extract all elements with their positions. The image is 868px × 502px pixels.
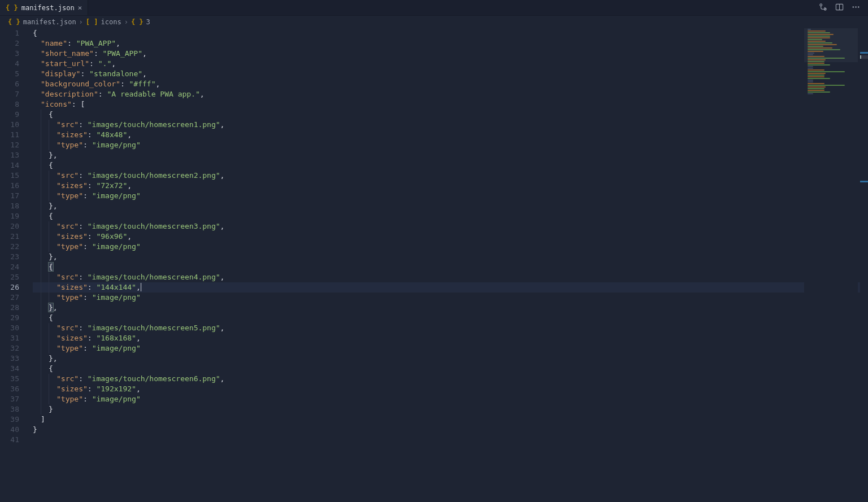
- code-line[interactable]: "src": "images/touch/homescreen3.png",: [33, 221, 868, 232]
- code-line[interactable]: [33, 435, 868, 445]
- more-actions-icon[interactable]: [852, 3, 860, 13]
- split-editor-icon[interactable]: [835, 3, 844, 13]
- line-number: 35: [0, 374, 19, 384]
- minimap-line: [808, 78, 830, 79]
- punctuation: :: [98, 90, 107, 98]
- punctuation: :: [88, 283, 97, 291]
- line-number: 31: [0, 333, 19, 343]
- code-area[interactable]: {"name": "PWA_APP","short_name": "PWA_AP…: [27, 28, 868, 502]
- code-line[interactable]: "type": "image/png": [33, 140, 868, 150]
- code-line[interactable]: ]: [33, 414, 868, 425]
- code-line[interactable]: "src": "images/touch/homescreen4.png",: [33, 272, 868, 282]
- line-number: 27: [0, 293, 19, 303]
- json-string: "images/touch/homescreen5.png": [88, 324, 220, 332]
- json-key: "type": [57, 141, 83, 149]
- code-line[interactable]: "src": "images/touch/homescreen6.png",: [33, 374, 868, 384]
- code-line[interactable]: {: [33, 28, 868, 38]
- minimap[interactable]: [804, 28, 858, 502]
- line-number: 39: [0, 414, 19, 425]
- json-key: "src": [57, 273, 79, 281]
- code-line[interactable]: "background_color": "#fff",: [33, 79, 868, 89]
- punctuation: {: [49, 263, 53, 271]
- code-line[interactable]: }: [33, 404, 868, 414]
- line-number: 8: [0, 99, 19, 110]
- line-number: 19: [0, 211, 19, 221]
- code-line[interactable]: "sizes": "72x72",: [33, 181, 868, 191]
- code-line[interactable]: "type": "image/png": [33, 293, 868, 303]
- minimap-line: [808, 83, 824, 84]
- code-line[interactable]: {: [33, 211, 868, 221]
- code-line[interactable]: {: [33, 110, 868, 120]
- scroll-change-marker: [860, 52, 868, 54]
- code-line[interactable]: {: [33, 262, 868, 272]
- code-line[interactable]: "description": "A readable PWA app.",: [33, 89, 868, 99]
- svg-point-5: [855, 6, 856, 7]
- code-line[interactable]: "sizes": "96x96",: [33, 232, 868, 242]
- line-number: 17: [0, 191, 19, 201]
- code-line[interactable]: "src": "images/touch/homescreen2.png",: [33, 171, 868, 181]
- punctuation: ,: [53, 151, 58, 159]
- code-line[interactable]: "icons": [: [33, 99, 868, 110]
- code-line[interactable]: },: [33, 303, 868, 313]
- code-line[interactable]: }: [33, 425, 868, 435]
- code-line[interactable]: {: [33, 160, 868, 171]
- code-line[interactable]: "type": "image/png": [33, 191, 868, 201]
- punctuation: :: [88, 130, 97, 139]
- minimap-line: [808, 80, 813, 81]
- line-number: 38: [0, 404, 19, 414]
- punctuation: }: [49, 405, 53, 413]
- tab-manifest-json[interactable]: { } manifest.json ×: [0, 0, 88, 15]
- json-key: "short_name": [41, 49, 94, 58]
- punctuation: ,: [220, 120, 225, 129]
- minimap-line: [808, 91, 830, 93]
- compare-changes-icon[interactable]: [819, 3, 827, 13]
- code-line[interactable]: "sizes": "192x192",: [33, 384, 868, 394]
- code-line[interactable]: },: [33, 252, 868, 262]
- punctuation: ,: [220, 273, 225, 281]
- code-line[interactable]: "sizes": "168x168",: [33, 333, 868, 343]
- code-line[interactable]: "type": "image/png": [33, 242, 868, 252]
- code-line[interactable]: "display": "standalone",: [33, 69, 868, 79]
- code-line[interactable]: "short_name": "PWA_APP",: [33, 49, 868, 59]
- code-line[interactable]: },: [33, 201, 868, 211]
- json-string: ".": [98, 59, 111, 68]
- code-line[interactable]: "sizes": "144x144",: [33, 282, 868, 293]
- code-line[interactable]: {: [33, 364, 868, 374]
- punctuation: {: [49, 161, 53, 169]
- code-line[interactable]: "type": "image/png": [33, 343, 868, 353]
- breadcrumb[interactable]: { } manifest.json › [ ] icons › { } 3: [0, 16, 868, 28]
- json-string: "images/touch/homescreen4.png": [88, 273, 220, 281]
- minimap-line: [808, 85, 845, 86]
- code-line[interactable]: "sizes": "48x48",: [33, 130, 868, 140]
- json-key: "src": [57, 171, 79, 180]
- json-string: "#fff": [129, 80, 156, 88]
- punctuation: :: [88, 181, 97, 190]
- punctuation: ,: [200, 90, 205, 98]
- code-line[interactable]: "type": "image/png": [33, 394, 868, 404]
- punctuation: ,: [142, 69, 147, 78]
- code-line[interactable]: },: [33, 353, 868, 364]
- json-key: "sizes": [57, 181, 88, 190]
- scroll-cursor-marker: [860, 55, 868, 59]
- minimap-viewport[interactable]: [804, 28, 858, 62]
- punctuation: ,: [53, 303, 58, 312]
- close-icon[interactable]: ×: [78, 4, 83, 11]
- code-line[interactable]: "name": "PWA_APP",: [33, 38, 868, 49]
- code-line[interactable]: "src": "images/touch/homescreen5.png",: [33, 323, 868, 333]
- tabs-container: { } manifest.json ×: [0, 0, 88, 15]
- punctuation: ,: [53, 354, 58, 363]
- breadcrumb-file[interactable]: manifest.json: [23, 18, 76, 26]
- scrollbar[interactable]: [860, 28, 868, 502]
- code-line[interactable]: },: [33, 150, 868, 160]
- breadcrumb-index[interactable]: 3: [146, 18, 150, 26]
- code-line[interactable]: "start_url": ".",: [33, 59, 868, 69]
- breadcrumb-key-icons[interactable]: icons: [101, 18, 121, 26]
- punctuation: {: [49, 212, 53, 220]
- punctuation: :: [83, 141, 92, 149]
- json-string: "48x48": [96, 130, 127, 139]
- line-number: 41: [0, 435, 19, 445]
- line-number: 22: [0, 242, 19, 252]
- editor[interactable]: 1234567891011121314151617181920212223242…: [0, 28, 868, 502]
- code-line[interactable]: {: [33, 313, 868, 323]
- code-line[interactable]: "src": "images/touch/homescreen1.png",: [33, 120, 868, 130]
